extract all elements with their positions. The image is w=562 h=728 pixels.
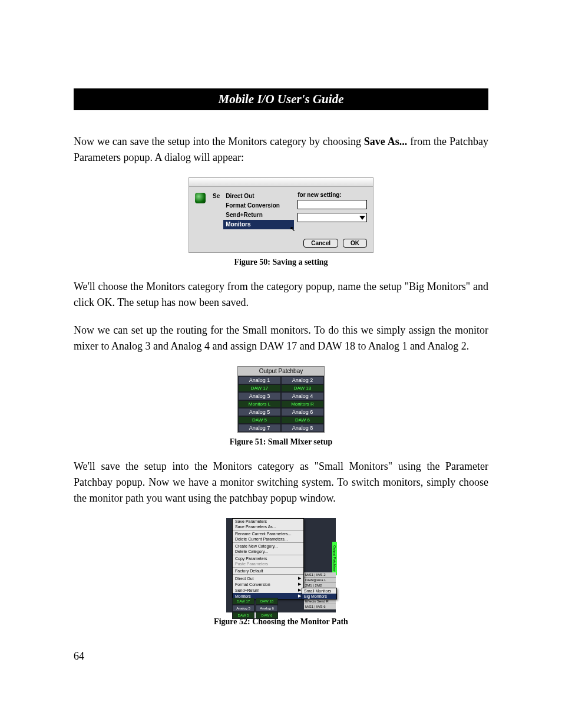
patchbay-cell[interactable]: DAW 6 (281, 416, 324, 424)
paragraph-4: We'll save the setup into the Monitors c… (74, 459, 488, 506)
chevron-right-icon: ▶ (298, 576, 301, 581)
menu-item[interactable]: Send+Return (223, 210, 294, 220)
mix-cell: Analog 5 (232, 605, 254, 612)
label-prefix: Se (213, 192, 220, 229)
cancel-button[interactable]: Cancel (303, 239, 338, 248)
dialog-label: for new setting: (297, 192, 367, 198)
menu-item[interactable]: Direct Out (223, 192, 294, 201)
figure-51-patchbay: Output Patchbay Analog 1Analog 2DAW 17DA… (237, 366, 325, 433)
page-number: 64 (74, 650, 488, 663)
menu-item[interactable]: Delete Category... (233, 549, 303, 554)
patchbay-cell[interactable]: DAW 18 (281, 384, 324, 392)
context-menu[interactable]: Save ParametersSave Parameters As...Rena… (232, 518, 304, 599)
figure-51-caption: Figure 51: Small Mixer setup (74, 437, 488, 447)
menu-item[interactable]: Create New Category... (233, 543, 303, 549)
patchbay-cell[interactable]: Monitors R (281, 400, 324, 408)
category-menu[interactable]: Direct Out Format Conversion Send+Return… (223, 192, 294, 229)
patchbay-cell[interactable]: DAW 5 (238, 416, 281, 424)
chevron-right-icon: ▶ (298, 594, 301, 598)
mix-cell: DAW 18 (256, 598, 278, 605)
patchbay-cell: Analog 4 (281, 392, 324, 400)
mix-cell: DAW 6 (256, 612, 278, 619)
strip-row: Effects Send R (304, 599, 336, 604)
strip-row: DAW@Ana L (304, 578, 336, 583)
mix-cell: DAW 5 (232, 612, 254, 619)
figure-50-dialog: Se Direct Out Format Conversion Send+Ret… (189, 177, 373, 253)
figure-52-caption: Figure 52: Choosing the Monitor Path (74, 617, 488, 627)
submenu-item[interactable]: Small Monitors (302, 588, 336, 594)
menu-item[interactable]: Delete Current Parameters... (233, 536, 303, 542)
menu-item[interactable]: Direct Out▶ (233, 575, 303, 581)
figure-50-caption: Figure 50: Saving a setting (74, 258, 488, 267)
paragraph-1: Now we can save the setup into the Monit… (74, 134, 488, 166)
menu-item[interactable]: Save Parameters As... (233, 524, 303, 529)
chevron-right-icon: ▶ (298, 582, 301, 587)
mix-cell: Analog 6 (256, 605, 278, 612)
menu-item[interactable]: Send+Return▶ (233, 587, 303, 593)
patchbay-cell: Analog 2 (281, 376, 324, 384)
name-input[interactable] (297, 200, 367, 209)
menu-item[interactable]: Rename Current Parameters... (233, 531, 303, 536)
category-dropdown[interactable] (297, 213, 367, 222)
submenu-item-selected[interactable]: Big Monitors (302, 594, 336, 599)
patchbay-cell[interactable]: DAW 17 (238, 384, 281, 392)
side-label: Output Patchbay (332, 542, 337, 575)
menu-item[interactable]: Save Parameters (233, 519, 303, 524)
paragraph-2: We'll choose the Monitors category from … (74, 279, 488, 311)
patchbay-cell: Analog 7 (238, 424, 281, 432)
system-icon (195, 193, 206, 203)
menu-item[interactable]: Copy Parameters (233, 556, 303, 561)
context-submenu[interactable]: Small Monitors Big Monitors (302, 588, 337, 599)
text: Now we can save the setup into the Monit… (74, 136, 364, 147)
menu-item[interactable]: Factory Default (233, 568, 303, 574)
menu-item: Paste Parameters (233, 561, 303, 566)
text-bold: Save As... (364, 136, 407, 147)
patchbay-cell: Analog 1 (238, 376, 281, 384)
paragraph-3: Now we can set up the routing for the Sm… (74, 322, 488, 354)
page-header: Mobile I/O User's Guide (74, 88, 488, 110)
ok-button[interactable]: OK (343, 239, 367, 248)
cursor-icon: ↖ (290, 225, 295, 233)
mix-cell: DAW 17 (232, 598, 254, 605)
strip-row: M/S1 | M/S 2 (304, 572, 336, 578)
chevron-down-icon (359, 216, 365, 220)
patchbay-cell: Analog 8 (281, 424, 324, 432)
patchbay-cell: Analog 6 (281, 408, 324, 416)
patchbay-cell: Analog 5 (238, 408, 281, 416)
strip-row: M/S1 | M/S 6 (304, 604, 336, 610)
patchbay-cell: Analog 3 (238, 392, 281, 400)
window-titlebar (189, 178, 373, 187)
patchbay-title: Output Patchbay (238, 367, 324, 376)
figure-52-menu: Output Patchbay M/S1 | M/S 2DAW@Ana L2M1… (226, 518, 336, 612)
chevron-right-icon: ▶ (298, 588, 301, 592)
menu-item-selected[interactable]: Monitors ↖ (223, 220, 294, 229)
patchbay-cell[interactable]: Monitors L (238, 400, 281, 408)
menu-item[interactable]: Format Conversion (223, 201, 294, 210)
menu-item[interactable]: Format Conversion▶ (233, 581, 303, 587)
